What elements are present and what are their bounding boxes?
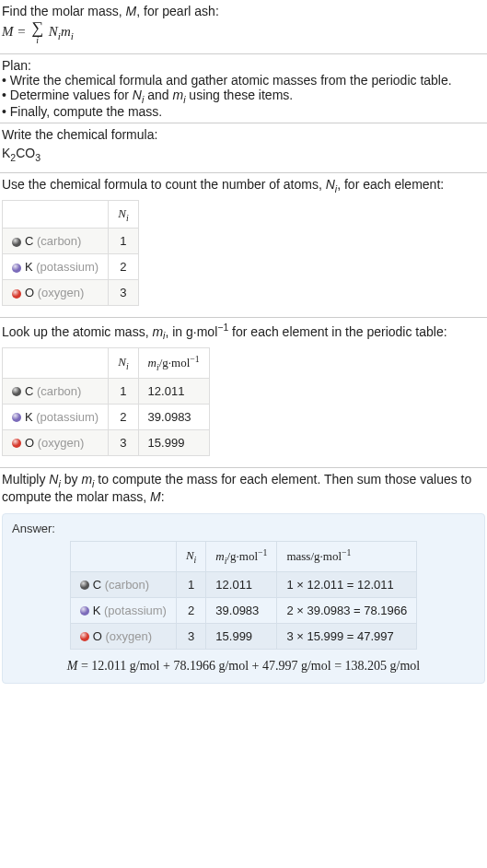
plan-section: Plan: • Write the chemical formula and g… [0,54,487,124]
atomic-mass-table: Ni mi/g·mol−1 C (carbon)112.011K (potass… [2,347,210,456]
element-symbol: C [93,578,101,592]
t2-body: C (carbon)112.011K (potassium)239.0983O … [3,378,210,455]
element-dot-icon [12,289,21,299]
sigma-with-index: ∑i [31,20,43,44]
element-symbol: K [25,410,33,424]
element-cell: K (potassium) [3,254,109,280]
answer-box: Answer: Ni mi/g·mol−1 mass/g·mol−1 C (ca… [2,513,485,684]
pb2d: and [144,88,172,102]
molar-mass-formula: M = ∑i Nimi [2,20,485,44]
element-symbol: O [25,436,34,450]
answer-table: Ni mi/g·mol−1 mass/g·mol−1 C (carbon)112… [70,541,418,650]
pb2b: N [133,88,142,102]
chem-title: Write the chemical formula: [2,127,485,142]
th-mi: mi/g·mol−1 [206,541,277,571]
ctb: N [326,177,335,192]
me: m [81,472,92,487]
ma: Multiply [2,472,49,487]
th-N: N [118,206,126,220]
element-dot-icon [12,439,21,448]
value-cell: 3 [176,623,205,649]
value-cell: 3 [109,280,138,306]
atom-count-table: Ni C (carbon)1K (potassium)2O (oxygen)3 [2,200,139,307]
value-cell: 1 × 12.011 = 12.011 [277,571,417,597]
t2hni: i [126,361,129,371]
lf: for each element in the periodic table: [228,324,446,339]
chemical-formula-section: Write the chemical formula: K2CO3 [0,123,487,173]
final-result: M = 12.011 g/mol + 78.1966 g/mol + 47.99… [12,659,475,674]
chem-3: 3 [35,152,41,163]
plan-bullet-2: • Determine values for Ni and mi using t… [2,88,485,105]
t2hm: m [148,356,157,369]
th-element [3,200,109,229]
plan-bullet-1: • Write the chemical formula and gather … [2,73,485,88]
chem-K: K [2,146,10,160]
count-title: Use the chemical formula to count the nu… [2,177,485,194]
element-name: (potassium) [33,410,99,424]
th-mi: mi/g·mol−1 [138,347,209,378]
element-name: (carbon) [33,384,81,398]
value-cell: 1 [109,229,138,254]
multiply-title: Multiply Ni by mi to compute the mass fo… [2,472,485,504]
element-cell: K (potassium) [3,404,109,429]
element-dot-icon [80,632,89,641]
pb2g: using these items. [185,88,293,102]
element-dot-icon [12,413,21,422]
element-dot-icon [80,606,89,616]
table-row: K (potassium)239.09832 × 39.0983 = 78.19… [70,597,417,623]
ah3e: −1 [342,547,351,557]
formula-N: N [45,24,58,39]
element-symbol: C [25,384,33,398]
th-i: i [126,212,129,222]
le: −1 [217,322,228,333]
th-Ni: Ni [176,541,205,571]
element-cell: O (oxygen) [70,623,176,649]
pb2a: • Determine values for [2,88,133,102]
table-header-row: Ni mi/g·mol−1 [3,347,210,378]
element-symbol: C [25,234,33,248]
element-cell: C (carbon) [3,229,109,254]
element-name: (potassium) [33,260,99,274]
answer-body: C (carbon)112.0111 × 12.011 = 12.011K (p… [70,571,417,649]
t1-body: C (carbon)1K (potassium)2O (oxygen)3 [3,229,139,306]
lookup-title: Look up the atomic mass, mi, in g·mol−1 … [2,322,485,341]
chemical-formula: K2CO3 [2,146,485,163]
table-row: C (carbon)1 [3,229,139,254]
final-eq: = 12.011 g/mol + 78.1966 g/mol + 47.997 … [77,659,420,673]
formula-m-i: i [71,30,74,41]
value-cell: 39.0983 [138,404,209,429]
value-cell: 1 [109,378,138,404]
ahe: −1 [258,547,267,557]
mi: : [161,489,165,504]
ctd: , for each element: [337,177,444,192]
element-name: (carbon) [33,234,81,248]
table-header-row: Ni [3,200,139,229]
intro-part2: , for pearl ash: [136,4,219,18]
th-Ni: Ni [109,200,138,229]
intro-part1: Find the molar mass, [2,4,126,18]
table-row: O (oxygen)315.999 [3,429,210,455]
answer-label: Answer: [12,522,475,535]
t2he: −1 [190,354,199,364]
final-M: M [67,659,78,673]
element-name: (oxygen) [34,436,84,450]
cta: Use the chemical formula to count the nu… [2,177,326,192]
mb: N [49,472,58,487]
lb: m [152,324,163,339]
table-row: K (potassium)2 [3,254,139,280]
la: Look up the atomic mass, [2,324,152,339]
value-cell: 2 [176,597,205,623]
find-molar-mass-section: Find the molar mass, M, for pearl ash: M… [0,0,487,54]
element-cell: C (carbon) [70,571,176,597]
value-cell: 2 [109,254,138,280]
intro-M: M [126,4,137,18]
table-row: C (carbon)112.011 [3,378,210,404]
element-cell: K (potassium) [70,597,176,623]
value-cell: 15.999 [138,429,209,455]
table-row: C (carbon)112.0111 × 12.011 = 12.011 [70,571,417,597]
plan-title: Plan: [2,58,485,73]
value-cell: 1 [176,571,205,597]
element-name: (carbon) [101,578,149,592]
element-symbol: O [25,286,34,299]
mh: M [150,489,161,504]
